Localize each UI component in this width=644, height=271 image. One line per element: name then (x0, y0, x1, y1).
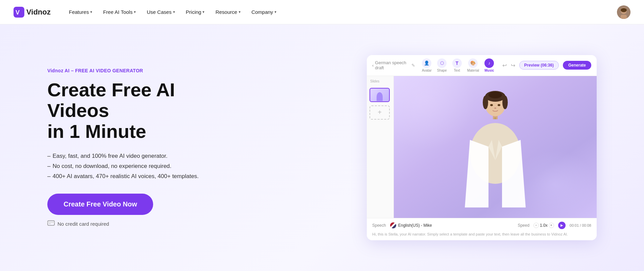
svg-point-14 (488, 92, 502, 98)
svg-rect-6 (48, 221, 54, 225)
back-chevron-icon: ‹ (372, 63, 374, 68)
chevron-down-icon: ▾ (239, 10, 241, 14)
undo-button[interactable]: ↩ (502, 62, 507, 69)
video-preview (394, 76, 597, 218)
speed-control: − 1.0x + (533, 223, 554, 228)
slide-add-button[interactable]: + (369, 105, 390, 120)
tool-text-label: Text (454, 69, 460, 72)
svg-point-16 (498, 104, 500, 106)
svg-point-13 (502, 96, 508, 109)
slides-label: Slides (369, 79, 391, 83)
chevron-down-icon: ▾ (173, 10, 175, 14)
logo[interactable]: V Vidnoz (14, 7, 51, 18)
credit-card-icon (47, 220, 55, 227)
avatar-tool-icon: 👤 (422, 58, 431, 68)
tool-music[interactable]: ♪ Music (484, 58, 494, 72)
chevron-down-icon: ▾ (90, 10, 92, 14)
nav-item-company[interactable]: Company ▾ (247, 6, 281, 18)
bullet-1: – Easy, fast, and 100% free AI video gen… (47, 151, 223, 161)
person-body-svg (461, 120, 529, 207)
music-tool-icon: ♪ (484, 58, 494, 68)
app-body: Slides + (367, 76, 597, 218)
svg-text:V: V (16, 9, 20, 16)
svg-rect-8 (49, 223, 51, 224)
hero-left: Vidnoz AI – FREE AI VIDEO GENERATOR Crea… (47, 68, 223, 228)
nav-item-pricing[interactable]: Pricing ▾ (181, 6, 210, 18)
chevron-down-icon: ▾ (275, 10, 277, 14)
nav-links: Features ▾ Free AI Tools ▾ Use Cases ▾ P… (64, 6, 617, 18)
text-tool-icon: T (452, 58, 462, 68)
hero-section: Vidnoz AI – FREE AI VIDEO GENERATOR Crea… (0, 24, 644, 271)
app-toolbar: ‹ German speech draft ✎ 👤 Avatar ⬡ Shape… (367, 55, 597, 76)
bullet-3: – 400+ AI avatars, 470+ realistic AI voi… (47, 171, 223, 181)
avatar-svg (617, 5, 630, 19)
preview-button[interactable]: Preview (06:36) (519, 61, 559, 70)
hero-right: ‹ German speech draft ✎ 👤 Avatar ⬡ Shape… (243, 55, 597, 240)
hero-badge: Vidnoz AI – FREE AI VIDEO GENERATOR (47, 68, 223, 73)
shape-tool-icon: ⬡ (437, 58, 447, 68)
svg-point-18 (494, 117, 496, 119)
language-text: English(US) - Mike (398, 223, 432, 228)
tool-shape[interactable]: ⬡ Shape (437, 58, 447, 72)
chevron-down-icon: ▾ (134, 10, 136, 14)
avatar-image (617, 5, 630, 19)
hero-title: Create Free AI Videos in 1 Minute (47, 79, 223, 142)
speed-label: Speed (518, 223, 529, 228)
nav-item-resource[interactable]: Resource ▾ (211, 6, 245, 18)
tool-shape-label: Shape (437, 69, 447, 72)
navbar: V Vidnoz Features ▾ Free AI Tools ▾ Use … (0, 0, 644, 24)
tool-material[interactable]: 🎨 Material (467, 58, 479, 72)
toolbar-tools: 👤 Avatar ⬡ Shape T Text 🎨 Material (422, 58, 494, 72)
edit-icon[interactable]: ✎ (411, 63, 415, 68)
bottom-controls-row: Speech English(US) - Mike Speed − 1.0x +… (372, 222, 591, 229)
svg-point-15 (490, 104, 493, 106)
bullet-2: – No cost, no download, no experience re… (47, 161, 223, 171)
speech-label: Speech (372, 223, 386, 228)
speed-increase-button[interactable]: + (549, 223, 554, 228)
svg-point-12 (483, 96, 488, 109)
tool-music-label: Music (484, 69, 494, 72)
user-avatar[interactable] (617, 5, 630, 19)
hero-bullets: – Easy, fast, and 100% free AI video gen… (47, 151, 223, 181)
language-selector[interactable]: English(US) - Mike (390, 222, 432, 228)
redo-button[interactable]: ↪ (511, 62, 515, 69)
no-card-text: No credit card required (57, 221, 109, 227)
nav-item-free-ai-tools[interactable]: Free AI Tools ▾ (98, 6, 141, 18)
tool-avatar-label: Avatar (422, 69, 432, 72)
slide-thumb-1[interactable] (369, 88, 390, 102)
chevron-down-icon: ▾ (202, 10, 205, 14)
person-svg (480, 90, 510, 122)
svg-point-4 (621, 8, 627, 12)
svg-point-17 (494, 107, 496, 109)
vidnoz-logo-icon: V (14, 7, 24, 18)
tool-avatar[interactable]: 👤 Avatar (422, 58, 432, 72)
us-flag-icon (390, 222, 396, 228)
tool-text[interactable]: T Text (452, 58, 462, 72)
play-button[interactable]: ▶ (558, 222, 566, 229)
draft-title: German speech draft (375, 60, 410, 70)
logo-text: Vidnoz (26, 8, 51, 17)
cta-button[interactable]: Create Free Video Now (47, 194, 153, 215)
back-button[interactable]: ‹ German speech draft ✎ (372, 60, 415, 70)
time-display: 00:01 / 00:08 (570, 223, 591, 227)
app-window: ‹ German speech draft ✎ 👤 Avatar ⬡ Shape… (367, 55, 597, 240)
slide-avatar-preview (377, 92, 383, 101)
nav-item-features[interactable]: Features ▾ (64, 6, 97, 18)
no-card-notice: No credit card required (47, 220, 223, 227)
speed-decrease-button[interactable]: − (533, 223, 539, 228)
slides-panel: Slides + (367, 76, 394, 218)
tool-material-label: Material (467, 69, 479, 72)
svg-rect-7 (48, 222, 54, 223)
generate-button[interactable]: Generate (563, 61, 591, 70)
speed-value: 1.0x (540, 223, 548, 228)
svg-rect-5 (621, 15, 627, 19)
video-avatar-person (455, 90, 536, 218)
app-bottom-panel: Speech English(US) - Mike Speed − 1.0x +… (367, 218, 597, 240)
material-tool-icon: 🎨 (468, 58, 478, 68)
transcript-text: Hi, this is Stella, your AI narrator. Si… (372, 232, 591, 237)
nav-item-use-cases[interactable]: Use Cases ▾ (142, 6, 180, 18)
